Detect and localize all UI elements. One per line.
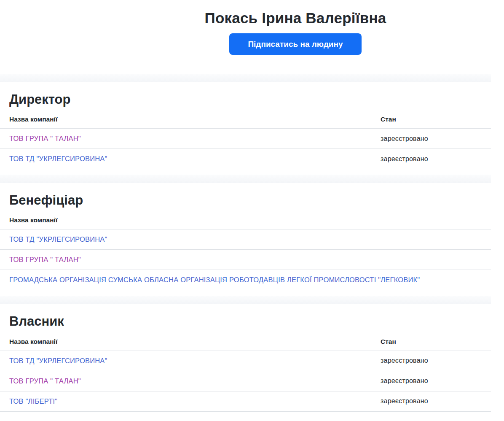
- director-table: Назва компанії Стан ТОВ ГРУПА " ТАЛАН" з…: [0, 107, 491, 169]
- company-link[interactable]: ТОВ ТД "УКРЛЕГСИРОВИНА": [9, 235, 107, 243]
- table-row: ТОВ ТД "УКРЛЕГСИРОВИНА": [0, 229, 491, 250]
- table-row: ТОВ ТД "УКРЛЕГСИРОВИНА" зареєстровано: [0, 149, 491, 169]
- company-link[interactable]: ТОВ ГРУПА " ТАЛАН": [9, 377, 81, 385]
- company-link[interactable]: ГРОМАДСЬКА ОРГАНІЗАЦІЯ СУМСЬКА ОБЛАСНА О…: [9, 276, 420, 283]
- owner-table: Назва компанії Стан ТОВ ТД "УКРЛЕГСИРОВИ…: [0, 329, 491, 412]
- content-container: Директор Назва компанії Стан ТОВ ГРУПА "…: [0, 74, 491, 412]
- column-header-company: Назва компанії: [0, 208, 491, 229]
- status-value: зареєстровано: [381, 351, 491, 371]
- company-link[interactable]: ТОВ "ЛІБЕРТІ": [9, 397, 57, 405]
- status-value: зареєстровано: [381, 371, 491, 391]
- section-owner: Власник Назва компанії Стан ТОВ ТД "УКРЛ…: [0, 313, 491, 411]
- status-value: зареєстровано: [381, 391, 491, 411]
- section-divider: [0, 175, 491, 183]
- table-header-row: Назва компанії Стан: [0, 329, 491, 351]
- spacer: [0, 290, 491, 296]
- section-heading: Бенефіціар: [9, 192, 491, 208]
- beneficiary-table: Назва компанії ТОВ ТД "УКРЛЕГСИРОВИНА" Т…: [0, 208, 491, 290]
- status-value: зареєстровано: [381, 129, 491, 149]
- subscribe-button[interactable]: Підписатись на людину: [229, 33, 361, 55]
- table-row: ТОВ ГРУПА " ТАЛАН" зареєстровано: [0, 371, 491, 391]
- column-header-status: Стан: [381, 107, 491, 129]
- table-row: ГРОМАДСЬКА ОРГАНІЗАЦІЯ СУМСЬКА ОБЛАСНА О…: [0, 270, 491, 290]
- section-divider: [0, 296, 491, 304]
- table-row: ТОВ ТД "УКРЛЕГСИРОВИНА" зареєстровано: [0, 351, 491, 371]
- section-heading: Директор: [9, 92, 491, 107]
- status-value: зареєстровано: [381, 149, 491, 169]
- table-row: ТОВ ГРУПА " ТАЛАН": [0, 250, 491, 270]
- section-heading: Власник: [9, 313, 491, 329]
- table-header-row: Назва компанії: [0, 208, 491, 229]
- column-header-company: Назва компанії: [0, 107, 381, 129]
- table-header-row: Назва компанії Стан: [0, 107, 491, 129]
- section-divider: [0, 74, 491, 82]
- person-name-title: Покась Ірина Валеріївна: [0, 9, 504, 27]
- section-beneficiary: Бенефіціар Назва компанії ТОВ ТД "УКРЛЕГ…: [0, 192, 491, 290]
- column-header-status: Стан: [381, 329, 491, 351]
- table-row: ТОВ ГРУПА " ТАЛАН" зареєстровано: [0, 129, 491, 149]
- company-link[interactable]: ТОВ ТД "УКРЛЕГСИРОВИНА": [9, 155, 107, 162]
- column-header-company: Назва компанії: [0, 329, 381, 351]
- spacer: [0, 169, 491, 175]
- table-row: ТОВ "ЛІБЕРТІ" зареєстровано: [0, 391, 491, 411]
- header-spacer: [0, 55, 504, 74]
- company-link[interactable]: ТОВ ГРУПА " ТАЛАН": [9, 256, 81, 263]
- page-header: Покась Ірина Валеріївна Підписатись на л…: [0, 9, 504, 55]
- section-director: Директор Назва компанії Стан ТОВ ГРУПА "…: [0, 92, 491, 169]
- company-link[interactable]: ТОВ ТД "УКРЛЕГСИРОВИНА": [9, 357, 107, 364]
- company-link[interactable]: ТОВ ГРУПА " ТАЛАН": [9, 135, 81, 142]
